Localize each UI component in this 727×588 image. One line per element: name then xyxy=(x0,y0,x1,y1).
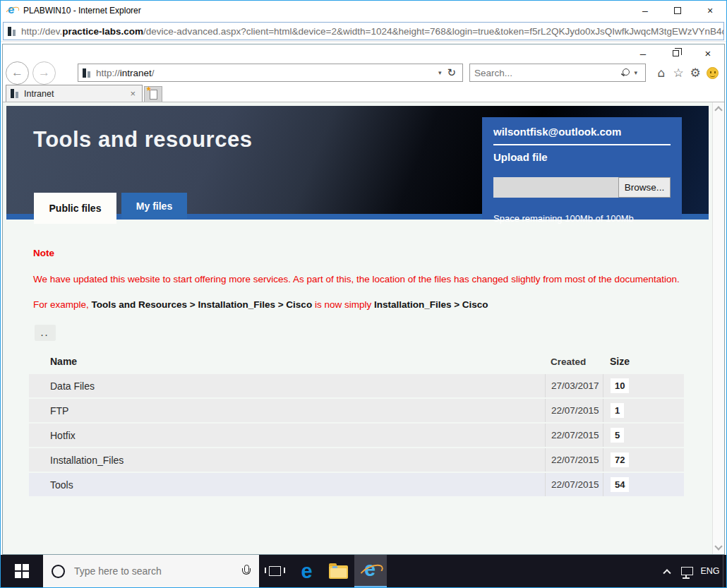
taskbar-explorer-button[interactable] xyxy=(323,555,354,587)
edge-icon: e xyxy=(301,561,312,582)
show-desktop-button[interactable] xyxy=(723,555,726,587)
tab-my-files[interactable]: My files xyxy=(121,193,187,219)
browser-action-icons: ⌂ ☆ ⚙ xyxy=(653,66,719,80)
favorites-star-icon[interactable]: ☆ xyxy=(670,66,687,80)
window-title: PLABWIN10 - Internet Explorer xyxy=(23,6,629,16)
file-size-badge: 10 xyxy=(611,378,629,393)
file-name[interactable]: Data Files xyxy=(29,380,545,392)
minimize-button[interactable]: – xyxy=(629,1,661,20)
table-row[interactable]: Tools 22/07/2015 54 xyxy=(29,473,684,496)
inner-window-controls: – × xyxy=(3,44,724,61)
file-name[interactable]: Tools xyxy=(29,479,545,491)
chevron-up-icon xyxy=(663,569,671,577)
inner-nav-bar: ← → http://intranet/ ▾ ↻ ▾ ⌂ ☆ ⚙ xyxy=(3,61,724,84)
page-viewport: Tools and resources wilsontfisk@outlook.… xyxy=(3,102,724,554)
file-upload-input[interactable] xyxy=(493,177,618,198)
address-dropdown-icon[interactable]: ▾ xyxy=(435,69,445,76)
note-section: Note We have updated this website to sta… xyxy=(33,248,686,310)
taskbar-search-box[interactable] xyxy=(43,555,259,587)
file-created: 22/07/2015 xyxy=(545,448,603,472)
tab-bar: Intranet × * xyxy=(3,84,724,102)
table-row[interactable]: Installation_Files 22/07/2015 72 xyxy=(29,448,684,472)
back-button[interactable]: ← xyxy=(6,61,29,85)
feedback-smiley-icon[interactable] xyxy=(707,67,719,79)
taskbar-ie-button-active[interactable]: e xyxy=(354,555,387,587)
table-header: Name Created Size xyxy=(29,349,684,374)
network-status-button[interactable] xyxy=(676,555,697,587)
maximize-icon xyxy=(674,7,681,14)
tab-public-files[interactable]: Public files xyxy=(34,193,116,224)
maximize-button[interactable] xyxy=(661,1,694,20)
taskbar-edge-button[interactable]: e xyxy=(291,555,323,587)
tab-intranet[interactable]: Intranet × xyxy=(6,85,143,102)
inner-minimize-button[interactable]: – xyxy=(627,44,659,61)
inner-close-button[interactable]: × xyxy=(692,44,724,61)
header-created: Created xyxy=(545,349,603,374)
note-line1: We have updated this website to start of… xyxy=(33,274,686,284)
close-button[interactable]: × xyxy=(694,1,726,20)
header-name: Name xyxy=(29,356,545,367)
start-button[interactable] xyxy=(1,555,43,587)
cortana-icon xyxy=(52,565,65,578)
space-remaining-text: Space remaining 100Mb of 100Mb xyxy=(493,213,671,224)
files-table: Name Created Size Data Files 27/03/2017 … xyxy=(29,349,684,496)
intranet-page: Tools and resources wilsontfisk@outlook.… xyxy=(3,102,712,554)
file-size-badge: 5 xyxy=(611,428,624,443)
search-icon[interactable] xyxy=(620,68,630,78)
scroll-up-icon[interactable] xyxy=(714,106,722,114)
scroll-down-icon[interactable] xyxy=(714,542,722,550)
note-heading: Note xyxy=(33,248,686,258)
table-row[interactable]: FTP 22/07/2015 1 xyxy=(29,399,684,422)
file-created: 22/07/2015 xyxy=(545,473,603,496)
forward-button[interactable]: → xyxy=(32,61,56,85)
parent-directory-button[interactable]: .. xyxy=(35,325,56,341)
language-indicator[interactable]: ENG xyxy=(697,555,723,587)
file-name[interactable]: Hotfix xyxy=(29,430,545,441)
tab-close-icon[interactable]: × xyxy=(128,88,138,99)
outer-address-field[interactable]: http://dev.practice-labs.com/device-adva… xyxy=(3,22,724,40)
file-created: 22/07/2015 xyxy=(545,424,603,447)
task-view-button[interactable] xyxy=(259,555,291,587)
page-hero: Tools and resources wilsontfisk@outlook.… xyxy=(6,106,709,220)
site-favicon xyxy=(8,27,16,36)
search-dropdown-icon[interactable]: ▾ xyxy=(630,69,641,76)
restore-icon xyxy=(673,50,679,56)
outer-ie-window: e PLABWIN10 - Internet Explorer – × http… xyxy=(0,0,727,588)
file-name[interactable]: FTP xyxy=(29,405,545,416)
new-tab-page-icon xyxy=(150,90,157,100)
file-explorer-icon xyxy=(329,565,348,579)
new-tab-button[interactable]: * xyxy=(144,86,162,102)
microphone-icon[interactable] xyxy=(241,565,251,577)
inner-url-text: http://intranet/ xyxy=(96,68,435,78)
inner-restore-button[interactable] xyxy=(659,44,692,61)
file-name[interactable]: Installation_Files xyxy=(29,455,545,466)
home-icon[interactable]: ⌂ xyxy=(653,66,670,80)
tab-favicon xyxy=(11,89,19,98)
refresh-icon[interactable]: ↻ xyxy=(445,66,458,79)
inner-address-field[interactable]: http://intranet/ ▾ ↻ xyxy=(78,64,463,82)
table-row[interactable]: Hotfix 22/07/2015 5 xyxy=(29,424,684,447)
search-box[interactable]: ▾ xyxy=(469,64,646,82)
ie-icon: e xyxy=(6,4,18,17)
show-hidden-icons-button[interactable] xyxy=(658,555,676,587)
panel-divider xyxy=(493,144,671,145)
file-size-badge: 72 xyxy=(611,452,629,467)
search-input[interactable] xyxy=(474,68,620,78)
intranet-favicon xyxy=(83,68,91,78)
browse-button[interactable]: Browse... xyxy=(618,177,671,198)
note-line2: For example, Tools and Resources > Insta… xyxy=(33,299,686,310)
page-title: Tools and resources xyxy=(33,127,252,152)
task-view-icon xyxy=(269,566,281,576)
table-row[interactable]: Data Files 27/03/2017 10 xyxy=(29,374,684,397)
network-icon xyxy=(681,567,693,575)
gear-icon[interactable]: ⚙ xyxy=(687,66,704,80)
vertical-scrollbar[interactable] xyxy=(712,102,724,554)
user-email: wilsontfisk@outlook.com xyxy=(493,126,671,138)
inner-ie-window: – × ← → http://intranet/ ▾ ↻ ▾ ⌂ ☆ ⚙ xyxy=(2,44,725,555)
file-size-badge: 1 xyxy=(611,403,624,418)
windows-logo-icon xyxy=(15,564,29,578)
upload-panel: wilsontfisk@outlook.com Upload file Brow… xyxy=(482,117,682,220)
windows-taskbar: e e ENG xyxy=(1,555,726,587)
file-created: 27/03/2017 xyxy=(545,374,603,397)
taskbar-search-input[interactable] xyxy=(74,565,241,577)
